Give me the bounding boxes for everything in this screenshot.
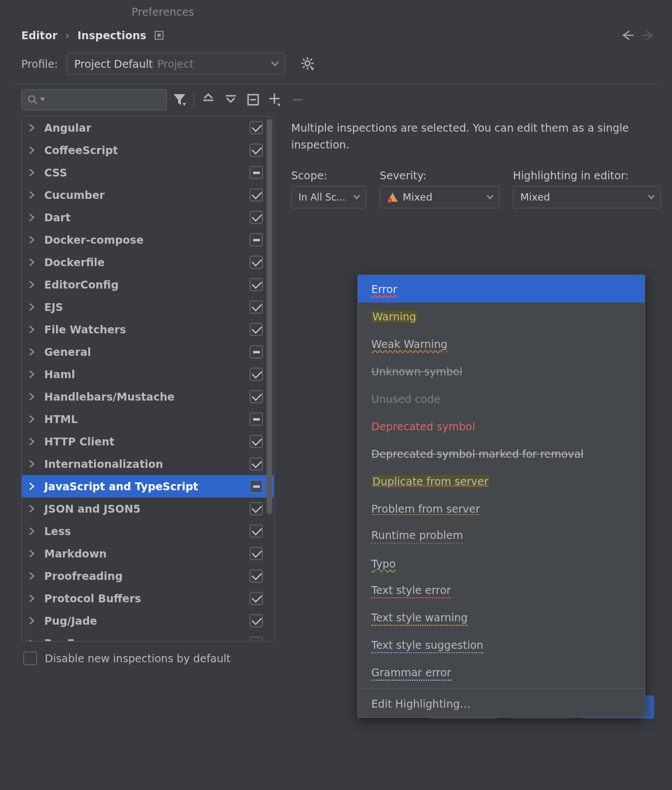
tree-item[interactable]: General bbox=[22, 341, 274, 363]
inspection-tree[interactable]: AngularCoffeeScriptCSSCucumberDartDocker… bbox=[21, 116, 274, 642]
tree-item-checkbox[interactable] bbox=[250, 278, 263, 291]
tree-item-checkbox[interactable] bbox=[250, 547, 263, 560]
chevron-right-icon[interactable] bbox=[29, 326, 34, 333]
expand-all-icon[interactable] bbox=[199, 90, 218, 109]
tree-item-checkbox[interactable] bbox=[250, 570, 263, 583]
search-input[interactable] bbox=[21, 89, 167, 110]
tree-item[interactable]: EJS bbox=[22, 296, 274, 318]
severity-option-deprecated[interactable]: Deprecated symbol bbox=[358, 412, 645, 440]
severity-option-runtime[interactable]: Runtime problem bbox=[358, 522, 645, 550]
tree-item[interactable]: Less bbox=[22, 520, 274, 542]
chevron-right-icon[interactable] bbox=[29, 393, 34, 401]
chevron-right-icon[interactable] bbox=[29, 348, 34, 356]
tree-item[interactable]: File Watchers bbox=[22, 318, 274, 341]
severity-option-unused[interactable]: Unused code bbox=[358, 385, 645, 412]
tree-item[interactable]: Handlebars/Mustache bbox=[22, 385, 274, 408]
tree-item-checkbox[interactable] bbox=[250, 211, 263, 224]
tree-item[interactable]: Markdown bbox=[22, 542, 274, 565]
back-arrow-icon[interactable] bbox=[620, 30, 634, 41]
disable-new-inspections-checkbox[interactable] bbox=[24, 652, 37, 665]
chevron-right-icon[interactable] bbox=[29, 438, 34, 445]
scope-dropdown[interactable]: In All Sc... bbox=[291, 186, 366, 208]
tree-item[interactable]: Pug/Jade bbox=[22, 610, 274, 632]
severity-option-warning[interactable]: Warning bbox=[358, 303, 645, 330]
tree-item[interactable]: HTTP Client bbox=[22, 430, 274, 453]
tree-item-checkbox[interactable] bbox=[250, 166, 263, 179]
severity-option-typo[interactable]: Typo bbox=[358, 550, 645, 577]
severity-option-problem[interactable]: Problem from server bbox=[358, 495, 645, 522]
tree-item-checkbox[interactable] bbox=[250, 413, 263, 426]
tree-item-checkbox[interactable] bbox=[250, 637, 263, 642]
chevron-right-icon[interactable] bbox=[29, 572, 34, 580]
chevron-right-icon[interactable] bbox=[29, 124, 34, 132]
chevron-right-icon[interactable] bbox=[29, 594, 34, 602]
tree-item[interactable]: Docker-compose bbox=[22, 229, 274, 251]
tree-item-checkbox[interactable] bbox=[250, 615, 263, 628]
tree-item[interactable]: JSON and JSON5 bbox=[22, 498, 274, 520]
tree-item-checkbox[interactable] bbox=[250, 503, 263, 515]
tree-item-checkbox[interactable] bbox=[250, 458, 263, 471]
tree-item[interactable]: CoffeeScript bbox=[22, 139, 274, 161]
gear-icon[interactable] bbox=[301, 57, 315, 71]
collapse-all-icon[interactable] bbox=[221, 90, 240, 109]
chevron-right-icon[interactable] bbox=[29, 236, 34, 244]
profile-dropdown[interactable]: Project Default Project bbox=[67, 53, 285, 75]
breadcrumb-root[interactable]: Editor bbox=[21, 29, 58, 41]
tree-item[interactable]: HTML bbox=[22, 408, 274, 430]
chevron-right-icon[interactable] bbox=[29, 482, 34, 490]
chevron-right-icon[interactable] bbox=[29, 191, 34, 199]
severity-option-tss[interactable]: Text style suggestion bbox=[358, 632, 645, 659]
edit-highlighting-option[interactable]: Edit Highlighting… bbox=[358, 690, 645, 717]
chevron-right-icon[interactable] bbox=[29, 258, 34, 266]
tree-item[interactable]: EditorConfig bbox=[22, 273, 274, 296]
tree-item[interactable]: Protocol Buffers bbox=[22, 587, 274, 610]
severity-dropdown[interactable]: ! Mixed bbox=[380, 186, 500, 208]
chevron-right-icon[interactable] bbox=[29, 639, 34, 642]
remove-icon[interactable] bbox=[288, 90, 307, 109]
edit-them-link[interactable]: edit them bbox=[517, 122, 568, 134]
chevron-right-icon[interactable] bbox=[29, 213, 34, 221]
chevron-right-icon[interactable] bbox=[29, 169, 34, 176]
tree-item[interactable]: Angular bbox=[22, 117, 274, 139]
severity-option-tsw[interactable]: Text style warning bbox=[358, 605, 645, 632]
chevron-right-icon[interactable] bbox=[29, 505, 34, 513]
reset-icon[interactable] bbox=[244, 90, 263, 109]
tree-item[interactable]: Proofreading bbox=[22, 565, 274, 587]
chevron-right-icon[interactable] bbox=[29, 550, 34, 557]
severity-option-depr-removal[interactable]: Deprecated symbol marked for removal bbox=[358, 440, 645, 467]
tree-item-checkbox[interactable] bbox=[250, 189, 263, 202]
tree-item[interactable]: Haml bbox=[22, 363, 274, 385]
severity-option-weak[interactable]: Weak Warning bbox=[358, 330, 645, 357]
search-options-icon[interactable] bbox=[40, 97, 45, 102]
tree-item-checkbox[interactable] bbox=[250, 592, 263, 605]
chevron-right-icon[interactable] bbox=[29, 281, 34, 289]
tree-item-checkbox[interactable] bbox=[250, 525, 263, 538]
tree-item[interactable]: CSS bbox=[22, 161, 274, 184]
tree-item-checkbox[interactable] bbox=[250, 144, 263, 157]
tree-item-checkbox[interactable] bbox=[250, 234, 263, 247]
filter-icon[interactable] bbox=[170, 90, 189, 109]
show-settings-icon[interactable] bbox=[154, 30, 164, 40]
tree-item[interactable]: Internationalization bbox=[22, 453, 274, 475]
tree-item-checkbox[interactable] bbox=[250, 435, 263, 448]
tree-item[interactable]: RegExp bbox=[22, 632, 274, 642]
forward-arrow-icon[interactable] bbox=[642, 30, 655, 41]
scrollbar[interactable] bbox=[267, 119, 272, 514]
chevron-right-icon[interactable] bbox=[29, 617, 34, 625]
chevron-right-icon[interactable] bbox=[29, 370, 34, 378]
chevron-right-icon[interactable] bbox=[29, 415, 34, 423]
severity-option-grammar[interactable]: Grammar error bbox=[358, 659, 645, 687]
tree-item-checkbox[interactable] bbox=[250, 346, 263, 359]
severity-option-unknown[interactable]: Unknown symbol bbox=[358, 357, 645, 385]
chevron-right-icon[interactable] bbox=[29, 460, 34, 468]
severity-option-dup[interactable]: Duplicate from server bbox=[358, 467, 645, 495]
highlighting-dropdown[interactable]: Mixed bbox=[513, 186, 661, 208]
severity-option-tse[interactable]: Text style error bbox=[358, 577, 645, 605]
tree-item[interactable]: Cucumber bbox=[22, 184, 274, 206]
tree-item-checkbox[interactable] bbox=[250, 391, 263, 403]
chevron-right-icon[interactable] bbox=[29, 146, 34, 154]
severity-option-error[interactable]: Error bbox=[358, 275, 645, 303]
tree-item-checkbox[interactable] bbox=[250, 480, 263, 493]
chevron-right-icon[interactable] bbox=[29, 303, 34, 311]
tree-item-checkbox[interactable] bbox=[250, 323, 263, 336]
